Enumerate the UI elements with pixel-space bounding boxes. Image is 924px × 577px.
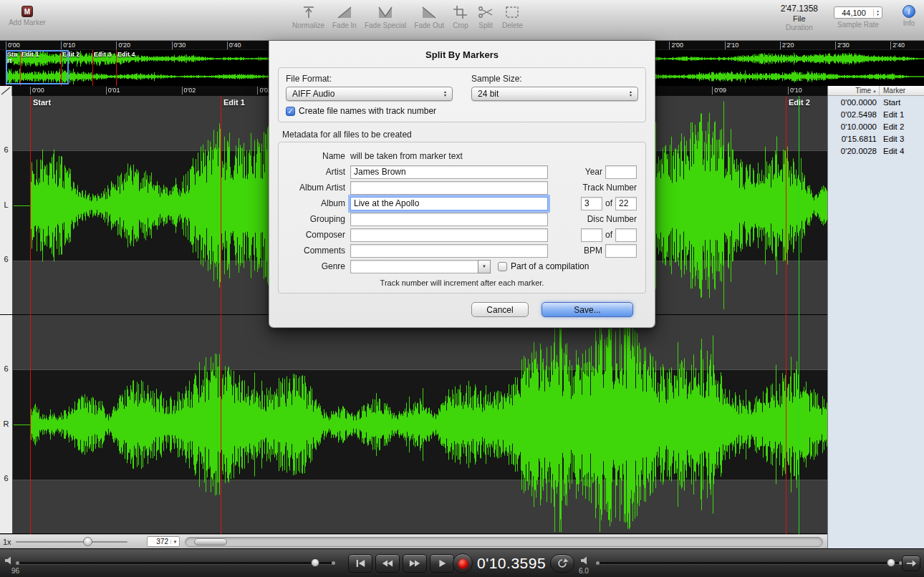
dropdown-arrow-icon[interactable]: ▼ — [170, 540, 179, 544]
fast-forward-button[interactable] — [403, 554, 427, 573]
ruler-tick-label: 0'09 — [712, 87, 726, 94]
loop-button[interactable] — [550, 554, 574, 573]
overview-marker-line[interactable] — [116, 50, 117, 86]
album-label: Album — [286, 198, 350, 208]
album-artist-field[interactable] — [350, 181, 548, 195]
left-level-slider[interactable] — [19, 562, 332, 564]
right-channel-gutter: 6 R 6 — [0, 315, 13, 533]
jump-forward-button[interactable] — [902, 556, 920, 571]
track-number-checkbox[interactable]: ✓ — [286, 107, 295, 116]
right-level-slider-thumb[interactable] — [887, 558, 895, 567]
column-header-marker[interactable]: Marker — [880, 87, 924, 94]
fade-special-icon — [377, 4, 394, 20]
marker-list-row[interactable]: 0'20.0028 Edit 4 — [828, 145, 924, 157]
genre-field[interactable] — [350, 260, 478, 273]
crop-button[interactable]: Crop — [452, 4, 469, 29]
cancel-button[interactable]: Cancel — [471, 302, 529, 317]
marker-list-row[interactable]: 0'00.0000 Start — [828, 96, 924, 108]
fade-special-button[interactable]: Fade Special — [365, 4, 406, 29]
split-icon — [477, 4, 494, 20]
genre-combo[interactable]: ▼ — [350, 260, 491, 273]
split-button[interactable]: Split — [477, 4, 494, 29]
comments-field[interactable] — [350, 244, 548, 258]
left-channel-gutter: 6 L 6 — [0, 96, 13, 314]
add-marker-button[interactable]: M Add Marker — [6, 6, 49, 26]
ruler-tick-label: 0'30 — [172, 42, 186, 49]
disc-number-label: Disc Number — [587, 214, 637, 224]
view-region-box[interactable] — [6, 50, 69, 84]
zoom-slider[interactable] — [14, 535, 129, 549]
sample-rate-value: 44,100 — [834, 9, 873, 17]
skip-to-start-icon — [354, 558, 367, 569]
composer-field[interactable] — [350, 228, 548, 242]
ruler-tick-label: 0'02 — [182, 87, 196, 94]
zoom-slider-thumb[interactable] — [83, 537, 92, 546]
marker-name: Edit 3 — [880, 135, 924, 143]
marker-list-row[interactable]: 0'10.0000 Edit 2 — [828, 120, 924, 132]
toolbar-tools: Normalize Fade In Fade Special — [292, 4, 523, 29]
compilation-checkbox[interactable] — [498, 262, 507, 271]
disc-number-field[interactable] — [581, 228, 602, 242]
sample-rate-field[interactable]: 44,100 ▴▾ — [834, 6, 882, 19]
file-format-value: AIFF Audio — [292, 89, 441, 99]
sample-size-select[interactable]: 24 bit ▴▾ — [471, 87, 638, 101]
right-waveform-canvas[interactable] — [13, 315, 827, 534]
ruler-tick-label: 2'20 — [780, 42, 794, 49]
playback-time-display: 0'10.3595 — [477, 555, 546, 572]
year-field[interactable] — [605, 165, 637, 179]
left-level-slider-thumb[interactable] — [311, 558, 319, 567]
scrollbar-thumb[interactable] — [194, 538, 227, 546]
album-field[interactable] — [350, 197, 548, 210]
channel-label-right: R — [0, 420, 12, 428]
fade-in-button[interactable]: Fade In — [332, 4, 357, 29]
overview-marker-label[interactable]: Edit 4 — [117, 52, 148, 58]
marker-name: Edit 4 — [880, 147, 924, 155]
marker-list-row[interactable]: 0'15.6811 Edit 3 — [828, 132, 924, 145]
rewind-icon — [380, 558, 395, 569]
marker-time: 0'20.0028 — [828, 147, 880, 155]
normalize-icon — [300, 4, 317, 20]
db-scale-label: 6 — [0, 474, 12, 483]
delete-icon — [504, 4, 521, 20]
genre-dropdown-icon[interactable]: ▼ — [478, 260, 491, 273]
crop-label: Crop — [453, 21, 468, 29]
right-channel[interactable]: 6 R 6 — [0, 315, 827, 534]
track-number-field[interactable] — [581, 197, 602, 210]
add-marker-icon: M — [21, 6, 33, 17]
grouping-field[interactable] — [350, 213, 548, 226]
play-button[interactable] — [430, 554, 454, 573]
overview-marker-label[interactable]: Edit 3 — [94, 52, 112, 58]
transport-bar: 96 0'10.3595 — [0, 548, 924, 577]
normalize-button[interactable]: Normalize — [292, 4, 324, 29]
ruler-tick-label: 0'10 — [61, 42, 75, 49]
fade-out-button[interactable]: Fade Out — [414, 4, 444, 29]
skip-to-start-button[interactable] — [348, 554, 372, 573]
composer-label: Composer — [286, 230, 350, 240]
record-button[interactable] — [453, 553, 473, 573]
overview-marker-line[interactable] — [92, 50, 93, 86]
rewind-button[interactable] — [375, 554, 400, 573]
horizontal-scrollbar[interactable] — [185, 537, 823, 547]
marker-time: 0'15.6811 — [828, 135, 880, 143]
slider-end-dot — [596, 561, 600, 565]
file-format-select[interactable]: AIFF Audio ▴▾ — [286, 87, 453, 101]
marker-list-row[interactable]: 0'02.5498 Edit 1 — [828, 108, 924, 120]
sample-rate-stepper[interactable]: ▴▾ — [873, 9, 882, 16]
ruler-tick-label: 0'01 — [106, 87, 120, 94]
sample-size-value: 24 bit — [478, 89, 626, 99]
normalize-label: Normalize — [292, 21, 324, 29]
track-total-field[interactable] — [615, 197, 637, 210]
bpm-field[interactable] — [605, 244, 637, 258]
right-level-slider[interactable] — [599, 562, 900, 564]
year-label: Year — [585, 167, 602, 177]
ruler-tick-label: 2'30 — [835, 42, 850, 49]
info-button[interactable]: i Info — [903, 5, 915, 27]
save-button[interactable]: Save... — [542, 302, 633, 317]
disc-total-field[interactable] — [615, 228, 637, 242]
column-header-time[interactable]: Time ▲ — [828, 86, 880, 95]
artist-field[interactable] — [350, 165, 548, 179]
delete-button[interactable]: Delete — [502, 4, 523, 29]
edit-cursor-icon[interactable] — [0, 86, 12, 96]
right-speaker-icon — [580, 556, 591, 565]
samples-per-pixel-field[interactable]: 372 ▼ — [147, 536, 180, 547]
